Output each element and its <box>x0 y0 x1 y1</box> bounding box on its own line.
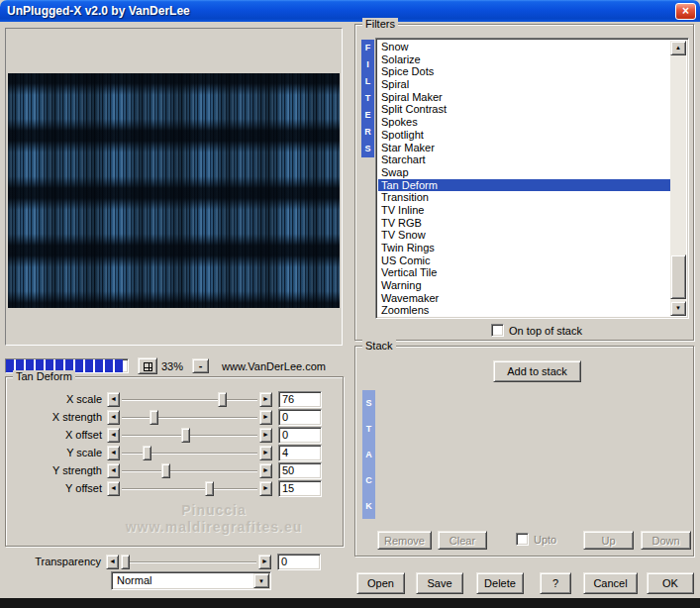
slider-thumb[interactable] <box>181 428 190 443</box>
slider-right-arrow-icon[interactable]: ► <box>259 428 272 443</box>
website-link[interactable]: www.VanDerLee.com <box>222 360 326 372</box>
filter-list-item[interactable]: Swap <box>378 166 670 179</box>
filter-list-item[interactable]: TV Snow <box>378 229 670 242</box>
transparency-label: Transparency <box>6 556 106 567</box>
filter-list-item[interactable]: TV Inline <box>378 204 670 217</box>
param-value-input[interactable] <box>278 391 322 408</box>
transparency-thumb[interactable] <box>121 555 130 569</box>
filter-list-item[interactable]: Twin Rings <box>378 242 670 254</box>
ok-button[interactable]: OK <box>647 572 694 594</box>
clear-button: Clear <box>438 531 487 550</box>
slider-track[interactable] <box>122 392 257 407</box>
slider-thumb[interactable] <box>218 392 227 407</box>
filter-list-item[interactable]: US Comic <box>378 254 670 267</box>
zoom-out-button[interactable]: - <box>192 358 209 373</box>
slider-thumb[interactable] <box>205 481 214 496</box>
filter-list-item[interactable]: Spiral <box>378 78 670 91</box>
param-value-input[interactable] <box>278 480 322 497</box>
open-button[interactable]: Open <box>356 572 405 594</box>
filter-list-item[interactable]: Wavemaker <box>378 292 670 305</box>
slider-left-arrow-icon[interactable]: ◄ <box>107 481 120 496</box>
slider-thumb[interactable] <box>150 410 158 425</box>
param-value-input[interactable] <box>278 409 322 426</box>
on-top-checkbox[interactable] <box>491 324 504 337</box>
stack-list-area <box>376 390 687 519</box>
filter-list-item[interactable]: Star Maker <box>378 142 670 154</box>
filter-list-item[interactable]: Vertical Tile <box>378 266 670 279</box>
zoom-level: 33% <box>161 360 183 372</box>
param-label: Y strength <box>7 464 107 476</box>
filter-list-item[interactable]: Zoomlens <box>378 304 670 316</box>
down-button: Down <box>641 531 691 550</box>
remove-button: Remove <box>377 531 432 550</box>
cancel-button[interactable]: Cancel <box>583 572 638 594</box>
slider-rows: X scale◄►X strength◄►X offset◄►Y scale◄►… <box>7 390 342 497</box>
stack-group-label: Stack <box>362 340 396 352</box>
transparency-track[interactable] <box>121 555 256 569</box>
preview-grid-button[interactable] <box>138 357 157 374</box>
slider-left-arrow-icon[interactable]: ◄ <box>107 463 120 478</box>
slider-track[interactable] <box>122 446 257 460</box>
delete-button[interactable]: Delete <box>476 572 524 594</box>
param-value-input[interactable] <box>278 445 322 461</box>
filter-list-item[interactable]: Solarize <box>378 53 670 66</box>
slider-left-arrow-icon[interactable]: ◄ <box>107 446 120 460</box>
slider-right-arrow-icon[interactable]: ► <box>259 392 272 407</box>
preview-image[interactable] <box>8 73 340 308</box>
help-button[interactable]: ? <box>540 572 571 594</box>
save-button[interactable]: Save <box>416 572 463 594</box>
filter-list-item[interactable]: Split Contrast <box>378 103 670 116</box>
filter-list-item[interactable]: Spice Dots <box>378 65 670 78</box>
param-row: X scale◄► <box>7 390 342 408</box>
scroll-down-icon[interactable]: ▼ <box>670 301 686 316</box>
transparency-value-input[interactable] <box>277 554 321 570</box>
filter-list-item[interactable]: Spiral Maker <box>378 91 670 104</box>
filter-list-item[interactable]: Spotlight <box>378 129 670 142</box>
slider-right-arrow-icon[interactable]: ► <box>258 555 271 569</box>
filter-list-item[interactable]: Transition <box>378 191 670 204</box>
slider-left-arrow-icon[interactable]: ◄ <box>106 555 119 569</box>
params-group-label: Tan Deform <box>13 370 75 382</box>
slider-thumb[interactable] <box>161 463 170 478</box>
filter-list-item[interactable]: Tan Deform <box>378 179 670 192</box>
slider-left-arrow-icon[interactable]: ◄ <box>107 428 120 443</box>
slider-thumb[interactable] <box>143 446 151 460</box>
param-row: X offset◄► <box>7 426 342 444</box>
blend-mode-dropdown[interactable]: Normal ▼ <box>111 571 271 590</box>
filter-list-item[interactable]: TV RGB <box>378 217 670 230</box>
filter-list-item[interactable]: Snow <box>378 41 670 53</box>
dropdown-arrow-icon[interactable]: ▼ <box>253 573 269 588</box>
filters-group-label: Filters <box>362 18 398 30</box>
upto-label: Upto <box>534 534 556 546</box>
param-row: X strength◄► <box>7 408 342 426</box>
param-row: Y strength◄► <box>7 461 342 479</box>
slider-right-arrow-icon[interactable]: ► <box>259 446 272 460</box>
filter-list-item[interactable]: Warning <box>378 279 670 292</box>
slider-right-arrow-icon[interactable]: ► <box>259 410 272 425</box>
on-top-label: On top of stack <box>509 325 582 337</box>
slider-track[interactable] <box>122 463 257 478</box>
param-value-input[interactable] <box>278 427 322 444</box>
window-title: UnPlugged-X v2.0 by VanDerLee <box>7 4 190 18</box>
slider-left-arrow-icon[interactable]: ◄ <box>107 392 120 407</box>
slider-right-arrow-icon[interactable]: ► <box>259 463 272 478</box>
filter-list-item[interactable]: Starchart <box>378 153 670 166</box>
filter-scrollbar[interactable]: ▲ ▼ <box>670 41 686 316</box>
on-top-checkbox-row[interactable]: On top of stack <box>491 324 582 337</box>
slider-track[interactable] <box>122 410 257 425</box>
scroll-up-icon[interactable]: ▲ <box>670 41 686 55</box>
param-value-input[interactable] <box>278 462 322 479</box>
upto-checkbox <box>516 533 529 546</box>
slider-right-arrow-icon[interactable]: ► <box>259 481 272 496</box>
slider-left-arrow-icon[interactable]: ◄ <box>107 410 120 425</box>
scrollbar-thumb[interactable] <box>670 254 686 299</box>
slider-track[interactable] <box>122 481 257 496</box>
stack-groupbox: Stack Add to stack STACK Remove Clear Up… <box>354 346 694 557</box>
filter-list-item[interactable]: Spokes <box>378 116 670 129</box>
filter-list: SnowSolarizeSpice DotsSpiralSpiral Maker… <box>378 41 670 316</box>
slider-track[interactable] <box>122 428 257 443</box>
title-bar[interactable]: UnPlugged-X v2.0 by VanDerLee × <box>0 0 700 22</box>
close-button[interactable]: × <box>675 3 696 20</box>
watermark: Pinuccia www.maldiregrafites.eu <box>85 502 343 536</box>
add-to-stack-button[interactable]: Add to stack <box>493 360 581 382</box>
